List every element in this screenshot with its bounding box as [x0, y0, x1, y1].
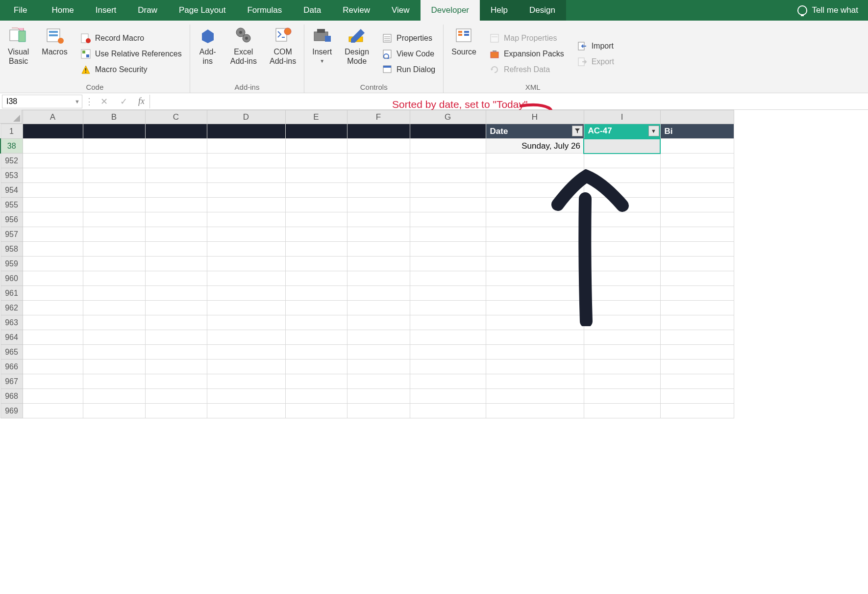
name-box[interactable]: I38 ▼	[2, 95, 82, 108]
row-header[interactable]: 964	[0, 330, 23, 345]
cell[interactable]	[285, 212, 347, 227]
cell[interactable]	[285, 198, 347, 212]
cell[interactable]	[83, 360, 145, 374]
cell[interactable]	[486, 227, 584, 242]
cell[interactable]	[145, 315, 207, 330]
row-header[interactable]: 962	[0, 301, 23, 315]
row-header[interactable]: 966	[0, 360, 23, 374]
expansion-packs-button[interactable]: Expansion Packs	[489, 49, 564, 59]
macros-button[interactable]: Macros	[39, 25, 70, 83]
cell[interactable]	[660, 212, 734, 227]
cell[interactable]	[660, 257, 734, 271]
cell[interactable]	[584, 404, 660, 418]
column-header[interactable]: E	[285, 110, 347, 124]
cell[interactable]	[23, 315, 83, 330]
cell[interactable]	[83, 389, 145, 404]
cell[interactable]	[83, 374, 145, 389]
selected-cell[interactable]	[584, 139, 660, 154]
tab-developer[interactable]: Developer	[421, 0, 480, 21]
cell[interactable]	[83, 139, 145, 154]
visual-basic-button[interactable]: Visual Basic	[5, 25, 32, 83]
cell[interactable]	[347, 345, 410, 360]
run-dialog-button[interactable]: Run Dialog	[382, 64, 435, 75]
cell[interactable]	[584, 345, 660, 360]
cell[interactable]	[660, 198, 734, 212]
cell[interactable]	[660, 242, 734, 257]
cell[interactable]	[660, 389, 734, 404]
refresh-data-button[interactable]: Refresh Data	[489, 64, 564, 75]
column-header[interactable]	[660, 110, 734, 124]
cell[interactable]	[660, 286, 734, 301]
cell[interactable]	[83, 227, 145, 242]
cell[interactable]	[145, 124, 207, 139]
cell[interactable]	[347, 360, 410, 374]
cell[interactable]	[660, 168, 734, 183]
cell[interactable]	[584, 242, 660, 257]
row-header[interactable]: 961	[0, 286, 23, 301]
cell[interactable]	[145, 360, 207, 374]
source-button[interactable]: Source	[448, 25, 479, 83]
tab-home[interactable]: Home	[41, 0, 84, 21]
cell[interactable]	[83, 271, 145, 286]
view-code-button[interactable]: View Code	[382, 49, 435, 59]
cell[interactable]	[584, 154, 660, 168]
cell[interactable]	[347, 124, 410, 139]
cell[interactable]	[486, 212, 584, 227]
cell[interactable]	[145, 198, 207, 212]
cell[interactable]	[23, 227, 83, 242]
cell[interactable]	[285, 286, 347, 301]
cell[interactable]	[285, 124, 347, 139]
export-button[interactable]: Export	[577, 56, 614, 67]
cell[interactable]	[410, 124, 486, 139]
row-header[interactable]: 965	[0, 345, 23, 360]
tab-design[interactable]: Design	[519, 0, 566, 21]
cell[interactable]	[23, 330, 83, 345]
row-header[interactable]: 954	[0, 183, 23, 198]
cell[interactable]	[660, 301, 734, 315]
cell[interactable]	[486, 345, 584, 360]
cell[interactable]	[145, 227, 207, 242]
cell[interactable]	[584, 168, 660, 183]
cell[interactable]	[584, 286, 660, 301]
cell[interactable]	[207, 139, 285, 154]
tab-help[interactable]: Help	[480, 0, 519, 21]
row-header[interactable]: 967	[0, 374, 23, 389]
cell[interactable]	[486, 404, 584, 418]
cell[interactable]	[23, 139, 83, 154]
cell[interactable]	[23, 271, 83, 286]
cell[interactable]	[207, 154, 285, 168]
cell[interactable]	[486, 154, 584, 168]
cell[interactable]	[207, 183, 285, 198]
cell[interactable]	[83, 286, 145, 301]
tab-draw[interactable]: Draw	[127, 0, 168, 21]
cell[interactable]	[145, 330, 207, 345]
tab-file[interactable]: File	[0, 0, 41, 21]
cell[interactable]	[347, 212, 410, 227]
cell[interactable]	[347, 242, 410, 257]
excel-addins-button[interactable]: Excel Add-ins	[227, 25, 260, 83]
cell[interactable]	[83, 315, 145, 330]
row-header[interactable]: 1	[0, 124, 23, 139]
cell[interactable]	[347, 154, 410, 168]
cell[interactable]	[83, 198, 145, 212]
cell[interactable]	[410, 330, 486, 345]
cell[interactable]	[145, 168, 207, 183]
cell[interactable]	[584, 360, 660, 374]
cell-date-value[interactable]: Sunday, July 26	[486, 139, 584, 154]
cell[interactable]	[410, 315, 486, 330]
cell[interactable]	[347, 315, 410, 330]
cell[interactable]	[486, 301, 584, 315]
cell[interactable]	[145, 257, 207, 271]
cell[interactable]	[347, 330, 410, 345]
tab-review[interactable]: Review	[332, 0, 381, 21]
cell[interactable]	[486, 330, 584, 345]
cell[interactable]	[83, 404, 145, 418]
cell[interactable]	[285, 183, 347, 198]
cell[interactable]	[23, 168, 83, 183]
cell[interactable]	[145, 183, 207, 198]
expand-icon[interactable]: ⋮	[84, 96, 94, 107]
cell[interactable]	[410, 198, 486, 212]
chevron-down-icon[interactable]: ▼	[74, 99, 80, 104]
tab-insert[interactable]: Insert	[85, 0, 127, 21]
cell[interactable]	[23, 404, 83, 418]
